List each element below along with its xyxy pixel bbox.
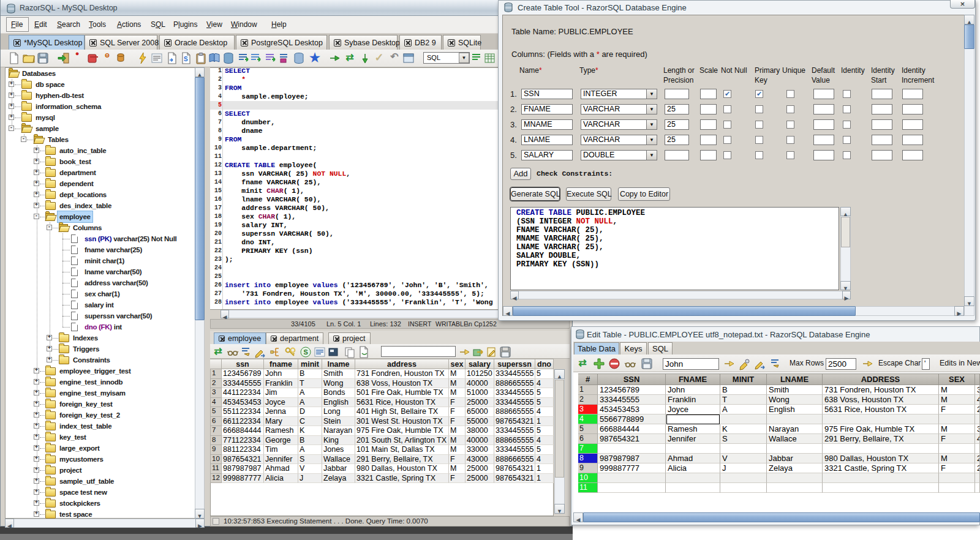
svg-text:S: S (184, 56, 188, 62)
svg-text:S: S (304, 348, 308, 356)
